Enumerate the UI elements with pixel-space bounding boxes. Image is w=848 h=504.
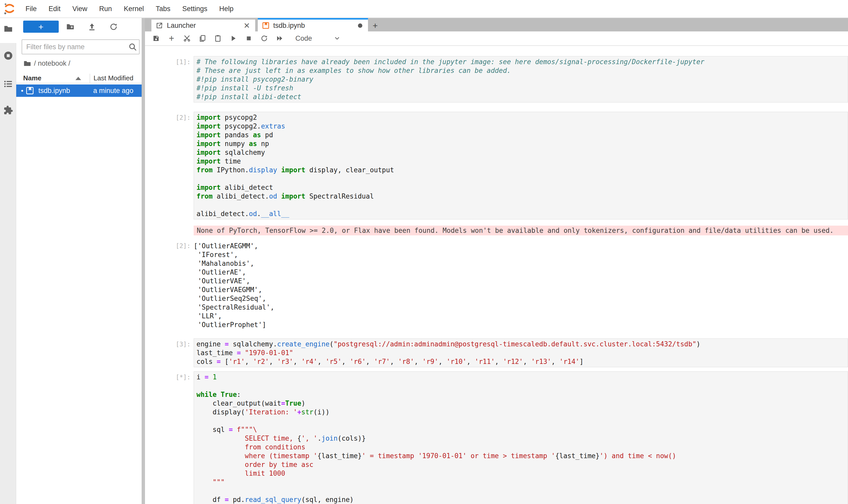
file-row-selected[interactable]: • tsdb.ipynb a minute ago bbox=[16, 85, 142, 97]
code-line: clear_output(wait=True) bbox=[197, 399, 848, 408]
code-line: import numpy as np bbox=[197, 139, 848, 148]
code-line: while True: bbox=[197, 390, 848, 399]
add-cell-icon[interactable]: + bbox=[167, 34, 176, 43]
file-browser-toolbar: + bbox=[16, 21, 142, 34]
output-line: ['OutlierAEGMM', bbox=[194, 241, 848, 250]
output-line: 'OutlierVAEGMM', bbox=[194, 285, 848, 294]
cell-input-area[interactable]: [1]:# The following libraries have alrea… bbox=[145, 56, 848, 103]
sort-ascending-icon bbox=[75, 77, 81, 80]
code-line: #!pip install alibi-detect bbox=[197, 92, 848, 101]
tab-launcher[interactable]: Launcher ✕ bbox=[151, 20, 255, 32]
file-browser-panel: + / notebook / Name Last Modified • bbox=[16, 19, 142, 504]
cell-execution-prompt: [3]: bbox=[145, 338, 194, 367]
code-line: limit 1000 bbox=[197, 469, 848, 478]
output-line: 'OutlierProphet'] bbox=[194, 320, 848, 329]
breadcrumb[interactable]: / notebook / bbox=[23, 59, 70, 68]
cell-code-editor[interactable]: # The following libraries have already b… bbox=[194, 56, 848, 103]
code-line: i = 1 bbox=[197, 373, 848, 381]
table-of-contents-icon[interactable] bbox=[0, 78, 16, 90]
paste-cell-icon[interactable] bbox=[214, 34, 222, 43]
close-tab-icon[interactable]: ✕ bbox=[242, 21, 251, 30]
filter-files-input[interactable] bbox=[22, 43, 126, 51]
cell-code-editor[interactable]: engine = sqlalchemy.create_engine("postg… bbox=[194, 338, 848, 367]
upload-icon[interactable] bbox=[87, 22, 97, 32]
cut-cell-icon[interactable] bbox=[183, 34, 191, 43]
cell-type-dropdown[interactable]: Code bbox=[295, 35, 340, 42]
code-line: from alibi_detect.od import SpectralResi… bbox=[197, 192, 848, 201]
main-area: Launcher ✕ tsdb.ipynb + + bbox=[145, 18, 848, 504]
menu-run[interactable]: Run bbox=[93, 0, 118, 18]
notebook-toolbar: + Code bbox=[145, 32, 848, 46]
cell-input-area[interactable]: [2]:import psycopg2import psycopg2.extra… bbox=[145, 112, 848, 219]
code-line: df = pd.read_sql_query(sql, engine) bbox=[197, 495, 848, 504]
cell-code-editor[interactable]: import psycopg2import psycopg2.extrasimp… bbox=[194, 112, 848, 219]
output-line: 'OutlierSeq2Seq', bbox=[194, 294, 848, 303]
column-divider bbox=[90, 74, 90, 83]
breadcrumb-path: / notebook / bbox=[34, 59, 70, 68]
stop-kernel-icon[interactable] bbox=[245, 34, 253, 43]
new-tab-button[interactable]: + bbox=[368, 20, 382, 32]
copy-cell-icon[interactable] bbox=[198, 34, 207, 43]
column-header-last-modified[interactable]: Last Modified bbox=[93, 74, 133, 83]
save-icon[interactable] bbox=[152, 34, 160, 43]
code-line: #!pip install psycopg2-binary bbox=[197, 75, 848, 84]
output-line: 'IForest', bbox=[194, 250, 848, 259]
tab-notebook[interactable]: tsdb.ipynb bbox=[258, 18, 368, 32]
column-header-name[interactable]: Name bbox=[23, 74, 41, 83]
code-line bbox=[197, 174, 848, 183]
menu-settings[interactable]: Settings bbox=[176, 0, 214, 18]
file-browser-icon[interactable] bbox=[0, 23, 16, 34]
cell-execution-prompt: [1]: bbox=[145, 56, 194, 103]
sidebar-resize-handle[interactable] bbox=[142, 18, 145, 504]
stderr-output: None of PyTorch, TensorFlow >= 2.0, or F… bbox=[194, 226, 848, 235]
new-folder-icon[interactable] bbox=[65, 22, 75, 32]
code-line: import sqlalchemy bbox=[197, 148, 848, 157]
output-text: ['OutlierAEGMM', 'IForest', 'Mahalanobis… bbox=[194, 240, 848, 329]
menu-kernel[interactable]: Kernel bbox=[118, 0, 150, 18]
menu-view[interactable]: View bbox=[67, 0, 93, 18]
code-line: display('Iteration: '+str(i)) bbox=[197, 408, 848, 416]
code-line: engine = sqlalchemy.create_engine("postg… bbox=[197, 340, 848, 348]
running-dot: • bbox=[19, 87, 25, 95]
code-line: from conditions bbox=[197, 443, 848, 451]
run-cell-icon[interactable] bbox=[229, 34, 238, 43]
code-line: last_time = "1970-01-01" bbox=[197, 348, 848, 357]
code-line: # The following libraries have already b… bbox=[197, 57, 848, 66]
code-line: where (timestamp '{last_time}' = timesta… bbox=[197, 451, 848, 460]
file-name: tsdb.ipynb bbox=[38, 87, 70, 95]
search-icon bbox=[126, 42, 139, 51]
tab-launcher-label: Launcher bbox=[167, 22, 196, 30]
code-line: """ bbox=[197, 478, 848, 486]
file-last-modified: a minute ago bbox=[93, 87, 133, 95]
notebook-cell: [1]:# The following libraries have alrea… bbox=[145, 56, 848, 103]
refresh-icon[interactable] bbox=[108, 22, 119, 32]
restart-kernel-icon[interactable] bbox=[260, 34, 269, 43]
code-line: alibi_detect.od.__all__ bbox=[197, 210, 848, 218]
output-line: 'OutlierAE', bbox=[194, 268, 848, 276]
running-sessions-icon[interactable] bbox=[0, 50, 16, 61]
code-line: # These are just left in as examples to … bbox=[197, 66, 848, 75]
cell-input-area[interactable]: [3]:engine = sqlalchemy.create_engine("p… bbox=[145, 338, 848, 367]
cell-code-editor[interactable]: i = 1 while True: clear_output(wait=True… bbox=[194, 371, 848, 504]
code-line: import pandas as pd bbox=[197, 130, 848, 139]
restart-run-all-icon[interactable] bbox=[275, 34, 284, 43]
menu-bar: File Edit View Run Kernel Tabs Settings … bbox=[0, 0, 848, 18]
menu-file[interactable]: File bbox=[20, 0, 43, 18]
menu-tabs[interactable]: Tabs bbox=[150, 0, 176, 18]
tab-bar: Launcher ✕ tsdb.ipynb + bbox=[145, 18, 848, 32]
output-line: 'SpectralResidual', bbox=[194, 303, 848, 312]
code-line bbox=[197, 201, 848, 210]
home-folder-icon bbox=[23, 59, 32, 68]
unsaved-changes-dot-icon[interactable] bbox=[358, 23, 362, 28]
notebook-scroll-area[interactable]: [1]:# The following libraries have alrea… bbox=[145, 46, 848, 504]
code-line: from IPython.display import display, cle… bbox=[197, 166, 848, 174]
cell-execution-prompt: [*]: bbox=[145, 371, 194, 504]
new-launcher-button[interactable]: + bbox=[23, 21, 59, 33]
notebook-cell: [2]:import psycopg2import psycopg2.extra… bbox=[145, 112, 848, 329]
menu-help[interactable]: Help bbox=[213, 0, 239, 18]
code-line: import alibi_detect bbox=[197, 183, 848, 192]
extension-manager-icon[interactable] bbox=[0, 105, 16, 116]
menu-edit[interactable]: Edit bbox=[43, 0, 67, 18]
cell-input-area[interactable]: [*]:i = 1 while True: clear_output(wait=… bbox=[145, 371, 848, 504]
execute-result: [2]:['OutlierAEGMM', 'IForest', 'Mahalan… bbox=[145, 240, 848, 329]
